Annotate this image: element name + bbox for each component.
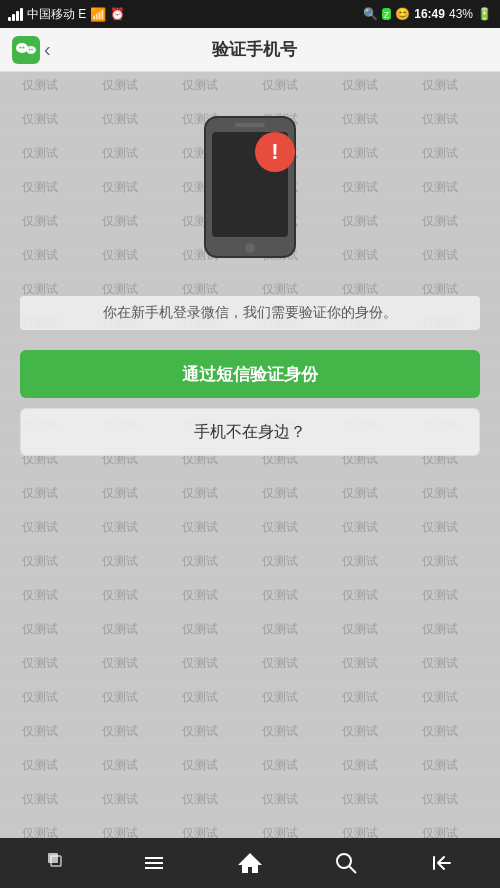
svg-point-6 (31, 48, 33, 50)
svg-rect-10 (235, 123, 265, 127)
watermark-item: 仅测试 (160, 748, 240, 782)
watermark-item: 仅测试 (240, 510, 320, 544)
watermark-item: 仅测试 (240, 578, 320, 612)
watermark-item: 仅测试 (240, 544, 320, 578)
alarm-icon: ⏰ (110, 7, 125, 21)
svg-point-3 (20, 46, 22, 48)
description-text: 你在新手机登录微信，我们需要验证你的身份。 (20, 296, 480, 330)
watermark-item: 仅测试 (240, 646, 320, 680)
watermark-item: 仅测试 (240, 782, 320, 816)
menu-icon (142, 851, 166, 875)
watermark-item: 仅测试 (160, 544, 240, 578)
time-label: 16:49 (414, 7, 445, 21)
watermark-item: 仅测试 (160, 510, 240, 544)
svg-text:!: ! (271, 139, 278, 164)
emoji-icon: 😊 (395, 7, 410, 21)
watermark-item: 仅测试 (80, 748, 160, 782)
bottom-nav (0, 838, 500, 888)
watermark-item: 仅测试 (320, 612, 400, 646)
watermark-item: 仅测试 (160, 680, 240, 714)
watermark-item: 仅测试 (160, 612, 240, 646)
watermark-item: 仅测试 (0, 646, 80, 680)
watermark-item: 仅测试 (80, 612, 160, 646)
no-phone-button[interactable]: 手机不在身边？ (20, 408, 480, 456)
status-bar: 中国移动 E 📶 ⏰ 🔍 z 😊 16:49 43% 🔋 (0, 0, 500, 28)
svg-point-2 (26, 46, 36, 54)
watermark-item: 仅测试 (0, 578, 80, 612)
home-icon (236, 849, 264, 877)
watermark-item: 仅测试 (240, 748, 320, 782)
back-button[interactable]: ‹ (12, 36, 51, 64)
svg-line-20 (349, 866, 356, 873)
nav-back-arrow-button[interactable] (417, 843, 467, 883)
wifi-icon: 📶 (90, 7, 106, 22)
watermark-item: 仅测试 (0, 476, 80, 510)
watermark-item: 仅测试 (400, 544, 480, 578)
watermark-item: 仅测试 (400, 748, 480, 782)
svg-point-4 (23, 46, 25, 48)
watermark-item: 仅测试 (160, 782, 240, 816)
nav-menu-button[interactable] (129, 843, 179, 883)
battery-label: 43% (449, 7, 473, 21)
watermark-item: 仅测试 (400, 612, 480, 646)
watermark-item: 仅测试 (320, 680, 400, 714)
back-arrow-icon: ‹ (44, 38, 51, 61)
phone-icon-container: ! (190, 112, 310, 266)
watermark-item: 仅测试 (80, 510, 160, 544)
svg-point-9 (245, 243, 255, 253)
watermark-item: 仅测试 (240, 612, 320, 646)
main-content: ! 你在新手机登录微信，我们需要验证你的身份。 通过短信验证身份 手机不在身边？ (0, 72, 500, 476)
watermark-item: 仅测试 (80, 782, 160, 816)
battery-icon: 🔋 (477, 7, 492, 21)
watermark-item: 仅测试 (400, 782, 480, 816)
wechat-icon (12, 36, 40, 64)
watermark-item: 仅测试 (400, 680, 480, 714)
watermark-item: 仅测试 (80, 714, 160, 748)
watermark-item: 仅测试 (320, 646, 400, 680)
watermark-item: 仅测试 (400, 510, 480, 544)
svg-point-1 (16, 43, 28, 53)
z-icon: z (382, 8, 392, 20)
nav-back-button[interactable] (33, 843, 83, 883)
page-title: 验证手机号 (51, 38, 458, 61)
watermark-item: 仅测试 (80, 544, 160, 578)
watermark-item: 仅测试 (0, 782, 80, 816)
watermark-item: 仅测试 (0, 510, 80, 544)
svg-marker-18 (238, 853, 262, 873)
svg-point-5 (29, 48, 31, 50)
watermark-item: 仅测试 (240, 476, 320, 510)
watermark-item: 仅测试 (160, 646, 240, 680)
watermark-item: 仅测试 (240, 714, 320, 748)
watermark-item: 仅测试 (400, 578, 480, 612)
watermark-item: 仅测试 (80, 578, 160, 612)
sms-verify-button[interactable]: 通过短信验证身份 (20, 350, 480, 398)
watermark-item: 仅测试 (400, 476, 480, 510)
watermark-item: 仅测试 (80, 476, 160, 510)
watermark-item: 仅测试 (80, 646, 160, 680)
signal-icon (8, 7, 23, 21)
watermark-item: 仅测试 (320, 510, 400, 544)
svg-rect-13 (48, 853, 58, 863)
watermark-item: 仅测试 (240, 680, 320, 714)
watermark-item: 仅测试 (0, 612, 80, 646)
watermark-item: 仅测试 (80, 680, 160, 714)
watermark-item: 仅测试 (160, 476, 240, 510)
watermark-item: 仅测试 (400, 646, 480, 680)
watermark-item: 仅测试 (400, 714, 480, 748)
watermark-item: 仅测试 (320, 578, 400, 612)
watermark-item: 仅测试 (320, 476, 400, 510)
search-nav-icon (334, 851, 358, 875)
nav-bar: ‹ 验证手机号 (0, 28, 500, 72)
watermark-item: 仅测试 (160, 578, 240, 612)
nav-home-button[interactable] (225, 843, 275, 883)
watermark-item: 仅测试 (0, 748, 80, 782)
watermark-item: 仅测试 (320, 748, 400, 782)
watermark-item: 仅测试 (320, 714, 400, 748)
watermark-item: 仅测试 (0, 544, 80, 578)
nav-search-button[interactable] (321, 843, 371, 883)
carrier-label: 中国移动 E (27, 6, 86, 23)
watermark-item: 仅测试 (320, 782, 400, 816)
back-arrow-nav-icon (430, 851, 454, 875)
search-icon: 🔍 (363, 7, 378, 21)
watermark-item: 仅测试 (160, 714, 240, 748)
